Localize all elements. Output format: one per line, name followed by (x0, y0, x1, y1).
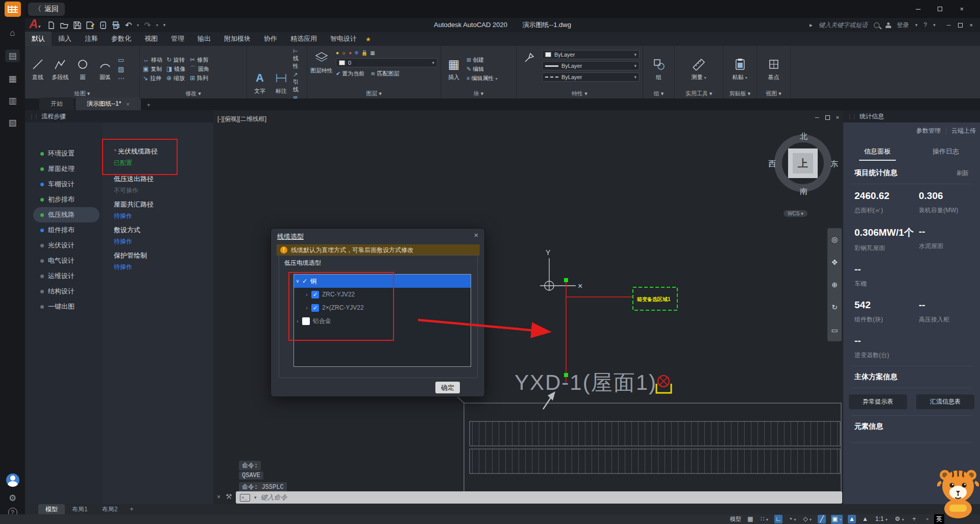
nav-lv-circuit[interactable]: 低压线路 (33, 207, 100, 222)
paste-button[interactable]: 粘贴 ▾ (730, 57, 750, 81)
zoom-icon[interactable]: ⊕ (831, 281, 838, 289)
polyline-button[interactable]: 多段线 (51, 57, 70, 81)
autoscale-icon[interactable]: ▲ (861, 515, 869, 523)
nav-initial-layout[interactable]: 初步排布 (33, 192, 100, 207)
scale-button[interactable]: ⊕缩放 (166, 74, 186, 82)
wcs-badge[interactable]: WCS ▾ (783, 210, 807, 217)
save-icon[interactable] (74, 21, 81, 29)
leader-button[interactable]: ↗引线 (293, 71, 304, 93)
chevron-right-icon[interactable]: › (294, 318, 301, 324)
tab-smart-electric[interactable]: 智电设计 (324, 32, 363, 46)
search-collapse-icon[interactable]: ▸ (810, 21, 813, 29)
line-button[interactable]: 直线 (28, 57, 47, 81)
open-folder-icon[interactable] (60, 21, 68, 29)
nav-pv-design[interactable]: 光伏设计 (33, 238, 100, 253)
home-icon[interactable]: ⌂ (10, 28, 15, 38)
annotation-scale-icon[interactable]: 1:1 ▾ (874, 515, 889, 524)
compass-west[interactable]: 西 (768, 159, 776, 169)
app-maximize-button[interactable] (958, 23, 963, 28)
tab-featured-apps[interactable]: 精选应用 (284, 32, 324, 46)
abnormal-tips-button[interactable]: 异常提示表 (849, 394, 907, 409)
compass-east[interactable]: 东 (830, 159, 838, 169)
color-select[interactable]: ByLayer ▾ (542, 50, 640, 59)
drag-handle-icon[interactable]: ⋮⋮ (847, 114, 856, 119)
redo-icon[interactable]: ↷ (144, 20, 151, 30)
dimension-button[interactable]: 标注 (272, 70, 291, 95)
more-draw-icon[interactable]: ⋯ (118, 74, 125, 82)
plot-icon[interactable] (112, 21, 120, 29)
layout-tab-1[interactable]: 布局1 (65, 504, 95, 515)
process-panel-header[interactable]: ⋮⋮ 流程步骤 (25, 110, 213, 122)
check-icon[interactable]: ✓ (302, 278, 307, 285)
group-label-groups[interactable]: 组 ▾ (643, 90, 674, 98)
command-wrench-icon[interactable]: ⚒ (226, 492, 232, 501)
tab-insert[interactable]: 插入 (52, 32, 78, 46)
chevron-right-icon[interactable]: › (303, 292, 310, 297)
host-minimize-button[interactable]: ─ (916, 5, 920, 13)
pan-icon[interactable]: ✥ (831, 258, 838, 266)
drag-handle-icon[interactable]: ⋮⋮ (29, 114, 38, 119)
panel-toggle-3-icon[interactable]: ▥ (8, 95, 16, 106)
tab-operation-log[interactable]: 操作日志 (912, 144, 980, 159)
new-drawing-tab-button[interactable]: + (142, 100, 155, 110)
undo-icon[interactable]: ↶ (125, 20, 132, 30)
chevron-down-icon[interactable]: ˅ (294, 279, 301, 284)
command-input[interactable]: 键入命令 (261, 493, 287, 502)
annotation-visibility-icon[interactable]: ▲ (848, 515, 856, 523)
arc-button[interactable]: 圆弧 (95, 57, 115, 81)
file-tab-start[interactable]: 开始 (39, 97, 74, 110)
tab-parametric[interactable]: 参数化 (105, 32, 138, 46)
mirror-button[interactable]: ◨镜像 (166, 65, 186, 73)
tab-info-panel[interactable]: 信息面板 (843, 144, 912, 159)
group-label-utilities[interactable]: 实用工具 ▾ (675, 90, 723, 98)
group-label-modify[interactable]: 修改 ▾ (140, 90, 247, 98)
compass-south[interactable]: 南 (800, 187, 807, 196)
tiger-mascot[interactable] (937, 467, 979, 521)
ortho-toggle-icon[interactable]: ∟ (774, 515, 782, 523)
signin-label[interactable]: 登录 (897, 21, 909, 30)
panel-toggle-4-icon[interactable]: ▧ (8, 117, 16, 128)
step-laying-method[interactable]: 敷设方式 待操作 (114, 226, 140, 246)
panel-toggle-1-icon[interactable]: ▤ (5, 49, 19, 62)
tab-addins[interactable]: 附加模块 (217, 32, 257, 46)
steering-wheel-icon[interactable]: ◎ (831, 235, 838, 243)
annotation-monitor-icon[interactable]: + (910, 515, 918, 523)
lineweight-select[interactable]: ByLayer ▾ (542, 61, 640, 70)
match-layer-button[interactable]: ≋ 匹配图层 (371, 70, 399, 78)
user-avatar[interactable] (6, 473, 19, 487)
edit-block-button[interactable]: ✎编辑 (467, 65, 498, 73)
group-label-layers[interactable]: 图层 ▾ (307, 90, 440, 98)
file-tab-document[interactable]: 演示图纸--1* × (76, 97, 141, 110)
trim-button[interactable]: ✂修剪 (190, 56, 209, 64)
match-properties-button[interactable] (520, 50, 539, 65)
help-menu-icon[interactable]: ? (924, 21, 927, 29)
basepoint-button[interactable]: 基点 (764, 57, 783, 81)
model-space-indicator[interactable]: 模型 (730, 515, 741, 523)
create-block-button[interactable]: ⊞创建 (467, 56, 498, 64)
group-label-properties[interactable]: 特性 ▾ (517, 90, 643, 98)
viewcube[interactable]: 上 (788, 148, 818, 178)
tab-default[interactable]: 默认 (25, 32, 52, 46)
fillet-button[interactable]: ⌒圆角 (190, 65, 209, 73)
edit-attributes-button[interactable]: ≡编辑属性 ▾ (467, 74, 498, 82)
cloud-upload-link[interactable]: 云端上传 (951, 127, 976, 135)
insert-block-button[interactable]: ▦ 插入 (444, 57, 463, 81)
tab-manage[interactable]: 管理 (164, 32, 191, 46)
move-button[interactable]: ↔移动 (143, 56, 162, 64)
app-close-button[interactable]: × (970, 22, 973, 28)
stats-panel-header[interactable]: ⋮⋮ 统计信息 (843, 110, 980, 122)
nav-module-layout[interactable]: 组件排布 (33, 222, 100, 238)
cable-type-tree[interactable]: ˅ ✓ 铜 › ✓ ZRC-YJV22 › ✓ 2×(ZRC-YJV22 › 铝… (293, 274, 471, 367)
step-pv-cable-path[interactable]: *光伏线缆路径 已配置 (114, 147, 158, 167)
chevron-right-icon[interactable]: › (303, 305, 310, 311)
linetype-select[interactable]: ByLayer ▾ (542, 72, 640, 82)
make-current-button[interactable]: ✔ 置为当前 (336, 70, 364, 78)
layer-state-icons[interactable]: ●☼●❄🔒▦ (336, 50, 437, 56)
command-caret-icon[interactable]: ▾ (254, 495, 257, 500)
tab-annotate[interactable]: 注释 (78, 32, 105, 46)
rotate-button[interactable]: ↻旋转 (166, 56, 186, 64)
tree-item-copper[interactable]: ˅ ✓ 铜 (294, 275, 471, 288)
group-button[interactable]: 组 (649, 57, 669, 81)
navigation-bar[interactable]: ◎ ✥ ⊕ ↻ ▭ (827, 228, 842, 341)
dialog-close-icon[interactable]: × (474, 231, 478, 239)
